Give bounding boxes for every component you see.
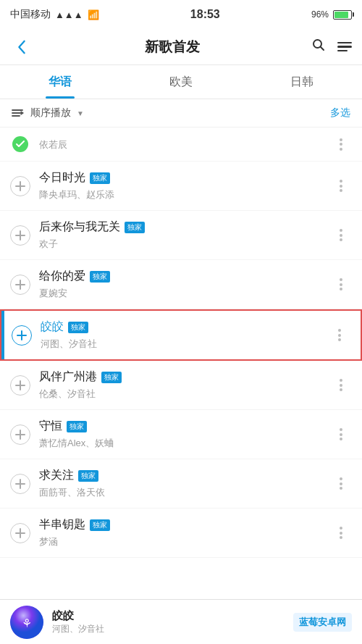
song-add-button-4[interactable] — [12, 325, 32, 346]
battery-fill — [334, 12, 348, 18]
song-info-3: 给你的爱独家夏婉安 — [39, 269, 330, 300]
song-more-button-8[interactable] — [330, 522, 352, 544]
exclusive-badge-1: 独家 — [90, 172, 110, 184]
song-list: 今日时光独家降央卓玛、赵乐添后来你与我无关独家欢子给你的爱独家夏婉安皎皎独家河图… — [0, 162, 362, 558]
battery-icon — [333, 10, 352, 20]
dropdown-icon: ▼ — [77, 109, 84, 117]
page-title: 新歌首发 — [145, 38, 200, 57]
song-item-5: 风伴广州港独家伦桑、汐音社 — [0, 361, 362, 410]
top-song-artist: 依若辰 — [39, 139, 67, 150]
song-more-button-7[interactable] — [330, 473, 352, 495]
battery-percent: 96% — [311, 9, 329, 20]
song-item-8: 半串钥匙独家梦涵 — [0, 509, 362, 558]
highlight-indicator — [1, 311, 4, 359]
play-mode-label: 顺序播放 — [30, 106, 71, 120]
top-song-info: 依若辰 — [39, 138, 330, 151]
now-playing-avatar: ⚘ — [10, 606, 43, 639]
back-button[interactable] — [10, 35, 33, 59]
top-song-item: 依若辰 — [0, 127, 362, 162]
song-artist-8: 梦涵 — [39, 535, 330, 548]
song-add-button-8[interactable] — [10, 523, 30, 543]
song-add-button-7[interactable] — [10, 474, 30, 494]
tab-western[interactable]: 欧美 — [121, 65, 242, 99]
status-bar: 中国移动 ▲▲▲ 📶 18:53 96% — [0, 0, 362, 29]
song-info-1: 今日时光独家降央卓玛、赵乐添 — [39, 170, 330, 201]
song-artist-7: 面筋哥、洛天依 — [39, 486, 330, 499]
song-info-6: 守恒独家萧忆情Alex、妖蛐 — [39, 419, 330, 450]
exclusive-badge-3: 独家 — [90, 271, 110, 283]
menu-button[interactable] — [337, 42, 352, 52]
signal-icon: ▲▲▲ — [55, 9, 83, 20]
wifi-icon: 📶 — [88, 9, 99, 20]
status-left: 中国移动 ▲▲▲ 📶 — [10, 8, 99, 21]
playing-indicator — [10, 134, 30, 154]
site-logo: 蓝莓安卓网 — [293, 613, 352, 632]
song-item-3: 给你的爱独家夏婉安 — [0, 260, 362, 309]
song-title-7: 求关注 — [39, 468, 74, 483]
song-item-2: 后来你与我无关独家欢子 — [0, 211, 362, 260]
song-artist-3: 夏婉安 — [39, 287, 330, 300]
tab-chinese[interactable]: 华语 — [0, 65, 121, 99]
song-info-2: 后来你与我无关独家欢子 — [39, 219, 330, 251]
song-add-button-6[interactable] — [10, 425, 30, 445]
song-title-6: 守恒 — [39, 419, 62, 434]
exclusive-badge-4: 独家 — [68, 322, 88, 333]
song-artist-1: 降央卓玛、赵乐添 — [39, 188, 330, 201]
song-add-button-1[interactable] — [10, 176, 30, 196]
song-more-button-4[interactable] — [329, 325, 350, 346]
song-add-button-3[interactable] — [10, 275, 30, 295]
song-more-button-6[interactable] — [330, 424, 352, 446]
song-title-5: 风伴广州港 — [39, 369, 97, 385]
song-item-4: 皎皎独家河图、汐音社 — [0, 309, 362, 361]
status-right: 96% — [311, 9, 352, 20]
song-title-2: 后来你与我无关 — [39, 219, 120, 235]
song-title-8: 半串钥匙 — [39, 517, 85, 532]
song-more-button-3[interactable] — [330, 274, 352, 296]
exclusive-badge-5: 独家 — [101, 372, 122, 383]
multi-select-button[interactable]: 多选 — [330, 106, 350, 120]
play-mode-button[interactable]: 顺序播放 ▼ — [12, 106, 84, 120]
song-artist-6: 萧忆情Alex、妖蛐 — [39, 437, 330, 450]
song-artist-5: 伦桑、汐音社 — [39, 388, 330, 401]
song-artist-4: 河图、汐音社 — [41, 338, 329, 351]
song-item-7: 求关注独家面筋哥、洛天依 — [0, 459, 362, 509]
top-song-more-button[interactable] — [330, 133, 352, 155]
now-playing-title: 皎皎 — [52, 609, 285, 623]
controls-bar: 顺序播放 ▼ 多选 — [0, 99, 362, 127]
exclusive-badge-7: 独家 — [78, 470, 98, 482]
now-playing-info: 皎皎 河图、汐音社 — [52, 609, 285, 635]
song-info-8: 半串钥匙独家梦涵 — [39, 517, 330, 548]
song-title-3: 给你的爱 — [39, 269, 85, 284]
song-title-1: 今日时光 — [39, 170, 85, 185]
song-title-4: 皎皎 — [41, 319, 64, 335]
song-add-button-2[interactable] — [10, 225, 30, 246]
song-more-button-1[interactable] — [330, 175, 352, 197]
exclusive-badge-6: 独家 — [67, 421, 87, 432]
tabs-bar: 华语 欧美 日韩 — [0, 65, 362, 99]
nav-actions — [311, 38, 352, 56]
svg-text:⚘: ⚘ — [22, 617, 32, 630]
song-info-5: 风伴广州港独家伦桑、汐音社 — [39, 369, 330, 401]
song-item-6: 守恒独家萧忆情Alex、妖蛐 — [0, 410, 362, 459]
now-playing-bar[interactable]: ⚘ 皎皎 河图、汐音社 蓝莓安卓网 — [0, 599, 362, 644]
song-info-7: 求关注独家面筋哥、洛天依 — [39, 468, 330, 499]
song-info-4: 皎皎独家河图、汐音社 — [41, 319, 329, 351]
exclusive-badge-2: 独家 — [125, 222, 145, 233]
song-item-1: 今日时光独家降央卓玛、赵乐添 — [0, 162, 362, 211]
song-more-button-2[interactable] — [330, 225, 352, 246]
search-button[interactable] — [311, 38, 326, 56]
exclusive-badge-8: 独家 — [90, 519, 110, 531]
now-playing-artist: 河图、汐音社 — [52, 623, 285, 635]
song-add-button-5[interactable] — [10, 375, 30, 396]
tab-korean[interactable]: 日韩 — [241, 65, 362, 99]
nav-bar: 新歌首发 — [0, 29, 362, 65]
carrier-label: 中国移动 — [10, 8, 51, 21]
song-more-button-5[interactable] — [330, 375, 352, 396]
status-time: 18:53 — [190, 8, 220, 21]
check-circle — [12, 136, 28, 152]
song-artist-2: 欢子 — [39, 238, 330, 251]
